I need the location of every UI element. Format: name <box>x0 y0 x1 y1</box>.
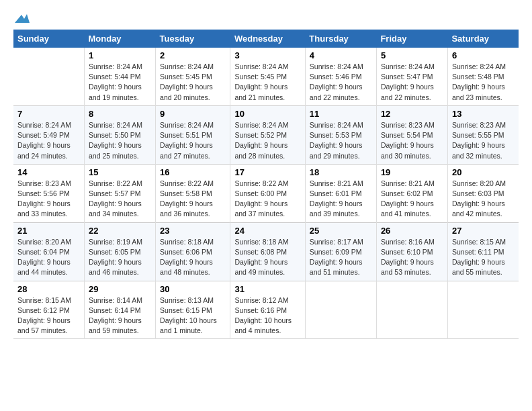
calendar-cell: 2Sunrise: 8:24 AMSunset: 5:45 PMDaylight… <box>156 48 230 105</box>
calendar-cell: 29Sunrise: 8:14 AMSunset: 6:14 PMDayligh… <box>84 281 155 339</box>
calendar-cell: 1Sunrise: 8:24 AMSunset: 5:44 PMDaylight… <box>84 48 155 105</box>
day-number: 9 <box>160 109 226 119</box>
day-info: Sunrise: 8:24 AMSunset: 5:48 PMDaylight:… <box>452 62 515 103</box>
calendar-cell: 9Sunrise: 8:24 AMSunset: 5:51 PMDaylight… <box>156 105 230 164</box>
day-info: Sunrise: 8:24 AMSunset: 5:52 PMDaylight:… <box>234 120 300 161</box>
day-info: Sunrise: 8:24 AMSunset: 5:44 PMDaylight:… <box>89 62 151 103</box>
weekday-header-monday: Monday <box>84 30 155 48</box>
day-number: 13 <box>452 109 515 119</box>
day-info: Sunrise: 8:20 AMSunset: 6:03 PMDaylight:… <box>452 179 515 220</box>
calendar-cell: 8Sunrise: 8:24 AMSunset: 5:50 PMDaylight… <box>84 105 155 164</box>
day-number: 2 <box>160 50 226 60</box>
calendar-cell: 17Sunrise: 8:22 AMSunset: 6:00 PMDayligh… <box>230 164 305 222</box>
day-info: Sunrise: 8:22 AMSunset: 5:58 PMDaylight:… <box>160 179 226 220</box>
calendar-cell: 12Sunrise: 8:23 AMSunset: 5:54 PMDayligh… <box>376 105 447 164</box>
calendar-week-row: 28Sunrise: 8:15 AMSunset: 6:12 PMDayligh… <box>13 281 519 339</box>
calendar-cell: 27Sunrise: 8:15 AMSunset: 6:11 PMDayligh… <box>447 222 519 281</box>
weekday-header-thursday: Thursday <box>305 30 376 48</box>
day-number: 6 <box>452 50 515 60</box>
day-number: 31 <box>234 284 300 294</box>
calendar-header-row: SundayMondayTuesdayWednesdayThursdayFrid… <box>13 30 519 48</box>
day-number: 28 <box>17 284 80 294</box>
day-info: Sunrise: 8:24 AMSunset: 5:53 PMDaylight:… <box>310 120 372 161</box>
day-number: 23 <box>160 226 226 236</box>
logo-bird-icon <box>15 13 30 24</box>
calendar-cell: 30Sunrise: 8:13 AMSunset: 6:15 PMDayligh… <box>156 281 230 339</box>
calendar-cell: 10Sunrise: 8:24 AMSunset: 5:52 PMDayligh… <box>230 105 305 164</box>
calendar-cell: 26Sunrise: 8:16 AMSunset: 6:10 PMDayligh… <box>376 222 447 281</box>
day-number: 18 <box>310 167 372 177</box>
calendar-cell: 6Sunrise: 8:24 AMSunset: 5:48 PMDaylight… <box>447 48 519 105</box>
day-info: Sunrise: 8:24 AMSunset: 5:45 PMDaylight:… <box>160 62 226 103</box>
day-number: 3 <box>234 50 300 60</box>
day-number: 4 <box>310 50 372 60</box>
day-info: Sunrise: 8:19 AMSunset: 6:05 PMDaylight:… <box>89 237 151 278</box>
calendar-week-row: 21Sunrise: 8:20 AMSunset: 6:04 PMDayligh… <box>13 222 519 281</box>
day-number: 19 <box>381 167 443 177</box>
day-info: Sunrise: 8:20 AMSunset: 6:04 PMDaylight:… <box>17 237 80 278</box>
calendar-cell: 5Sunrise: 8:24 AMSunset: 5:47 PMDaylight… <box>376 48 447 105</box>
day-number: 1 <box>89 50 151 60</box>
calendar-cell: 24Sunrise: 8:18 AMSunset: 6:08 PMDayligh… <box>230 222 305 281</box>
day-info: Sunrise: 8:14 AMSunset: 6:14 PMDaylight:… <box>89 295 151 336</box>
calendar-week-row: 14Sunrise: 8:23 AMSunset: 5:56 PMDayligh… <box>13 164 519 222</box>
day-info: Sunrise: 8:22 AMSunset: 6:00 PMDaylight:… <box>234 179 300 220</box>
calendar-table: SundayMondayTuesdayWednesdayThursdayFrid… <box>13 30 519 339</box>
calendar-cell: 21Sunrise: 8:20 AMSunset: 6:04 PMDayligh… <box>13 222 84 281</box>
day-info: Sunrise: 8:24 AMSunset: 5:50 PMDaylight:… <box>89 120 151 161</box>
day-info: Sunrise: 8:21 AMSunset: 6:01 PMDaylight:… <box>310 179 372 220</box>
calendar-cell: 3Sunrise: 8:24 AMSunset: 5:45 PMDaylight… <box>230 48 305 105</box>
svg-marker-0 <box>15 14 30 23</box>
weekday-header-friday: Friday <box>376 30 447 48</box>
calendar-cell <box>447 281 519 339</box>
day-info: Sunrise: 8:21 AMSunset: 6:02 PMDaylight:… <box>381 179 443 220</box>
day-info: Sunrise: 8:24 AMSunset: 5:49 PMDaylight:… <box>17 120 80 161</box>
day-number: 12 <box>381 109 443 119</box>
calendar-cell: 16Sunrise: 8:22 AMSunset: 5:58 PMDayligh… <box>156 164 230 222</box>
day-info: Sunrise: 8:17 AMSunset: 6:09 PMDaylight:… <box>310 237 372 278</box>
calendar-cell: 31Sunrise: 8:12 AMSunset: 6:16 PMDayligh… <box>230 281 305 339</box>
day-number: 27 <box>452 226 515 236</box>
day-number: 24 <box>234 226 300 236</box>
day-number: 30 <box>160 284 226 294</box>
weekday-header-wednesday: Wednesday <box>230 30 305 48</box>
page-header <box>13 13 519 23</box>
calendar-cell: 22Sunrise: 8:19 AMSunset: 6:05 PMDayligh… <box>84 222 155 281</box>
day-number: 26 <box>381 226 443 236</box>
calendar-cell: 18Sunrise: 8:21 AMSunset: 6:01 PMDayligh… <box>305 164 376 222</box>
calendar-week-row: 7Sunrise: 8:24 AMSunset: 5:49 PMDaylight… <box>13 105 519 164</box>
calendar-cell: 20Sunrise: 8:20 AMSunset: 6:03 PMDayligh… <box>447 164 519 222</box>
weekday-header-tuesday: Tuesday <box>156 30 230 48</box>
day-number: 29 <box>89 284 151 294</box>
calendar-body: 1Sunrise: 8:24 AMSunset: 5:44 PMDaylight… <box>13 48 519 339</box>
calendar-cell <box>376 281 447 339</box>
calendar-cell: 19Sunrise: 8:21 AMSunset: 6:02 PMDayligh… <box>376 164 447 222</box>
day-number: 16 <box>160 167 226 177</box>
day-number: 22 <box>89 226 151 236</box>
calendar-cell: 14Sunrise: 8:23 AMSunset: 5:56 PMDayligh… <box>13 164 84 222</box>
calendar-cell: 15Sunrise: 8:22 AMSunset: 5:57 PMDayligh… <box>84 164 155 222</box>
calendar-cell: 11Sunrise: 8:24 AMSunset: 5:53 PMDayligh… <box>305 105 376 164</box>
day-number: 8 <box>89 109 151 119</box>
day-info: Sunrise: 8:15 AMSunset: 6:12 PMDaylight:… <box>17 295 80 336</box>
day-info: Sunrise: 8:23 AMSunset: 5:54 PMDaylight:… <box>381 120 443 161</box>
day-number: 20 <box>452 167 515 177</box>
weekday-header-saturday: Saturday <box>447 30 519 48</box>
day-info: Sunrise: 8:24 AMSunset: 5:45 PMDaylight:… <box>234 62 300 103</box>
day-info: Sunrise: 8:23 AMSunset: 5:55 PMDaylight:… <box>452 120 515 161</box>
logo <box>13 13 30 23</box>
day-info: Sunrise: 8:24 AMSunset: 5:51 PMDaylight:… <box>160 120 226 161</box>
day-number: 21 <box>17 226 80 236</box>
day-info: Sunrise: 8:24 AMSunset: 5:47 PMDaylight:… <box>381 62 443 103</box>
calendar-cell: 23Sunrise: 8:18 AMSunset: 6:06 PMDayligh… <box>156 222 230 281</box>
day-info: Sunrise: 8:12 AMSunset: 6:16 PMDaylight:… <box>234 295 300 336</box>
day-number: 10 <box>234 109 300 119</box>
day-info: Sunrise: 8:16 AMSunset: 6:10 PMDaylight:… <box>381 237 443 278</box>
weekday-header-sunday: Sunday <box>13 30 84 48</box>
day-number: 5 <box>381 50 443 60</box>
day-number: 15 <box>89 167 151 177</box>
day-number: 14 <box>17 167 80 177</box>
calendar-cell <box>13 48 84 105</box>
calendar-cell: 25Sunrise: 8:17 AMSunset: 6:09 PMDayligh… <box>305 222 376 281</box>
day-info: Sunrise: 8:13 AMSunset: 6:15 PMDaylight:… <box>160 295 226 336</box>
